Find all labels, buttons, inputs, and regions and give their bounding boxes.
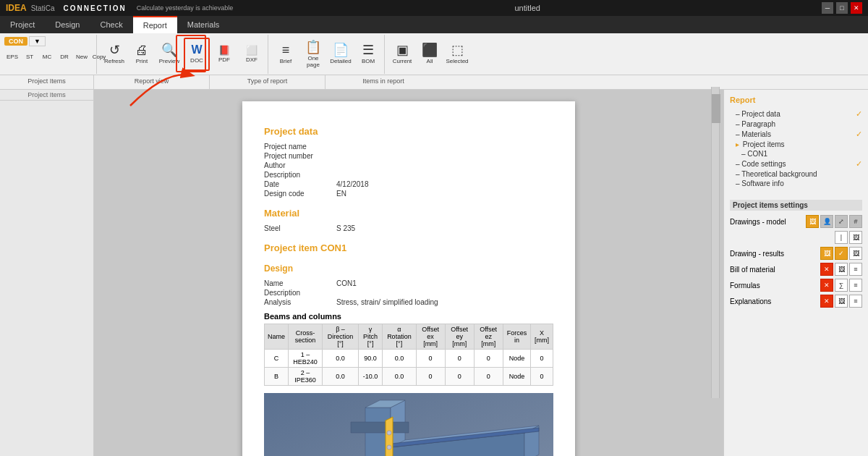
extra-icon-1[interactable]: |: [835, 231, 848, 244]
menu-project[interactable]: Project: [0, 16, 45, 33]
pdf-button[interactable]: 📕 PDF: [211, 38, 237, 71]
design-name-field: Name CON1: [264, 279, 553, 287]
detailed-button[interactable]: 📄 Detailed: [328, 38, 354, 71]
new-button[interactable]: New: [74, 49, 90, 65]
current-button[interactable]: ▣ Current: [389, 38, 415, 71]
badge-dropdown[interactable]: ▼: [29, 36, 46, 46]
tree-theoretical[interactable]: – Theoretical background: [730, 169, 862, 179]
preview-icon: 🔍: [161, 43, 177, 56]
menu-check[interactable]: Check: [90, 16, 133, 33]
brief-button[interactable]: ≡ Brief: [273, 38, 299, 71]
app-product: CONNECTION: [63, 4, 126, 12]
scrollbar-track[interactable]: [711, 90, 720, 398]
explanations-icon-2[interactable]: 🖼: [835, 295, 848, 308]
bom-button[interactable]: ☰ BOM: [355, 38, 381, 71]
minimize-button[interactable]: ─: [822, 2, 833, 14]
preview-button[interactable]: 🔍 Preview: [156, 38, 182, 71]
table-row: C 1 – HEB240 0.0 90.0 0.0 0 0 0 Node 0: [265, 350, 553, 368]
report-content[interactable]: Project data Project name Project number…: [94, 90, 723, 456]
explanations-icon-1[interactable]: ✕: [820, 295, 833, 308]
doc-label: DOC: [190, 57, 203, 64]
pdf-label: PDF: [218, 56, 230, 63]
beams-columns-title: Beams and columns: [264, 312, 553, 321]
onepage-label: Onepage: [307, 55, 320, 68]
drawing-results-icon-3[interactable]: 🖼: [849, 247, 862, 260]
tree-project-data[interactable]: – Project data ✓: [730, 109, 862, 119]
refresh-label: Refresh: [104, 58, 124, 64]
right-panel: Report – Project data ✓ – Paragraph – Ma…: [723, 90, 868, 456]
brief-label: Brief: [280, 58, 292, 64]
menu-materials[interactable]: Materials: [177, 16, 230, 33]
drawings-model-icon-1[interactable]: 🖼: [806, 215, 819, 228]
svg-point-14: [387, 445, 391, 449]
print-button[interactable]: 🖨 Print: [129, 38, 155, 71]
bill-material-label: Bill of material: [730, 266, 775, 274]
dr-button[interactable]: DR: [56, 49, 72, 65]
tree-software-info[interactable]: – Software info: [730, 179, 862, 188]
tree-paragraph[interactable]: – Paragraph: [730, 119, 862, 129]
explanations-icons: ✕ 🖼 ≡: [820, 295, 862, 308]
doc-button[interactable]: W DOC: [184, 38, 210, 71]
detailed-label: Detailed: [330, 58, 351, 64]
svg-marker-5: [351, 422, 409, 433]
extra-icon-2[interactable]: 🖼: [849, 231, 862, 244]
drawing-results-icon-2[interactable]: ✓: [835, 247, 848, 260]
check-project-data: ✓: [856, 109, 862, 119]
right-panel-title: Report: [730, 96, 862, 104]
design-title: Design: [264, 263, 553, 274]
toolbar-type-group: ≡ Brief 📋 Onepage 📄 Detailed ☰ BOM: [270, 35, 385, 74]
beams-columns-table: Name Cross-section β – Direction [°] γ P…: [264, 324, 553, 386]
refresh-button[interactable]: ↺ Refresh: [101, 38, 127, 71]
maximize-button[interactable]: □: [836, 2, 848, 14]
isometric-svg: [264, 393, 553, 456]
st-button[interactable]: ST: [22, 49, 38, 65]
extra-icons: | 🖼: [835, 231, 862, 244]
scrollbar-thumb[interactable]: [712, 94, 720, 123]
menu-report[interactable]: Report: [133, 16, 177, 33]
tree-project-items[interactable]: ▸ Project items: [730, 140, 862, 149]
app-logo: IDEA: [6, 3, 27, 13]
report-page: Project data Project name Project number…: [242, 101, 575, 456]
col-offset-ey: Offset ey [mm]: [445, 324, 474, 350]
drawing-results-icon-1[interactable]: 🖼: [820, 247, 833, 260]
bill-material-icon-1[interactable]: ✕: [820, 263, 833, 276]
drawings-model-icon-2[interactable]: 👤: [820, 215, 833, 228]
all-button[interactable]: ⬛ All: [417, 38, 443, 71]
bill-material-icon-3[interactable]: ≡: [849, 263, 862, 276]
mc-button[interactable]: MC: [39, 49, 55, 65]
print-icon: 🖨: [135, 43, 148, 56]
drawings-model-icon-4[interactable]: #: [849, 215, 862, 228]
drawings-model-icons: 🖼 👤 ⤢ #: [806, 215, 862, 228]
formulas-icon-3[interactable]: ≡: [849, 279, 862, 292]
drawings-model-icon-3[interactable]: ⤢: [835, 215, 848, 228]
selected-button[interactable]: ⬚ Selected: [444, 38, 470, 71]
close-button[interactable]: ✕: [851, 2, 862, 14]
eps-button[interactable]: EPS: [4, 49, 20, 65]
bill-material-icons: ✕ 🖼 ≡: [820, 263, 862, 276]
tree-con1[interactable]: – CON1: [730, 149, 862, 159]
report-tree: – Project data ✓ – Paragraph – Materials…: [730, 109, 862, 188]
current-icon: ▣: [396, 43, 409, 56]
detailed-icon: 📄: [333, 43, 349, 56]
app-tagline: Calculate yesterday is achievable: [137, 4, 234, 12]
onepage-button[interactable]: 📋 Onepage: [300, 38, 326, 71]
toolbar-project-group: CON ▼ EPS ST MC DR New Copy: [3, 35, 97, 74]
field-design-code: Design code EN: [264, 190, 553, 198]
toolbar: CON ▼ EPS ST MC DR New Copy ↺ Refresh: [0, 33, 868, 75]
bill-material-icon-2[interactable]: 🖼: [835, 263, 848, 276]
field-author: Author: [264, 161, 553, 169]
tree-materials[interactable]: – Materials ✓: [730, 129, 862, 140]
project-items-settings: Project items settings Drawings - model …: [730, 200, 862, 309]
section-project-items: Project Items: [0, 75, 94, 89]
project-items-label: Project Items: [0, 90, 93, 101]
menu-design[interactable]: Design: [45, 16, 90, 33]
pdf-icon: 📕: [218, 46, 230, 55]
app-window: IDEA StatiCa CONNECTION Calculate yester…: [0, 0, 868, 456]
formulas-icon-1[interactable]: ✕: [820, 279, 833, 292]
tree-code-settings[interactable]: – Code settings ✓: [730, 159, 862, 169]
dxf-button[interactable]: ⬜ DXF: [239, 38, 265, 71]
formulas-icon-2[interactable]: ∑: [835, 279, 848, 292]
explanations-icon-3[interactable]: ≡: [849, 295, 862, 308]
drawing-results-label: Drawing - results: [730, 250, 784, 258]
formulas-icons: ✕ ∑ ≡: [820, 279, 862, 292]
